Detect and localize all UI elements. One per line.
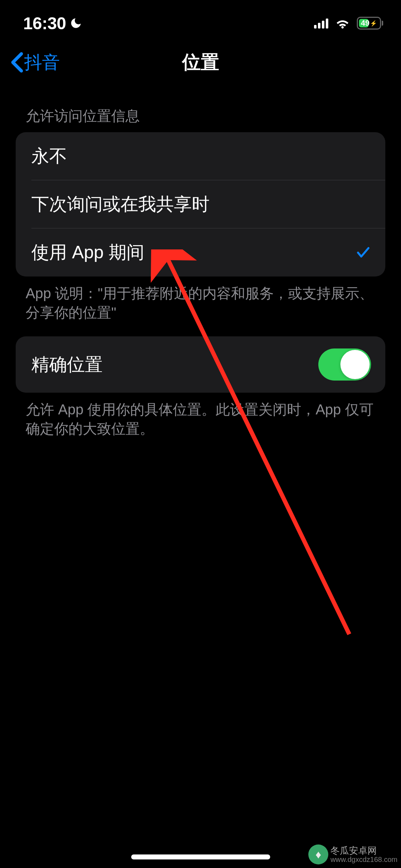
- location-option-while-using[interactable]: 使用 App 期间: [16, 228, 385, 277]
- checkmark-icon: [355, 245, 371, 260]
- location-section-footer: App 说明："用于推荐附近的内容和服务，或支持展示、分享你的位置": [16, 277, 385, 336]
- wifi-icon: [335, 17, 350, 29]
- precise-location-group: 精确位置: [16, 336, 385, 393]
- precise-location-label: 精确位置: [31, 353, 103, 377]
- watermark-name: 冬瓜安卓网: [330, 846, 397, 856]
- status-left: 16:30: [23, 14, 82, 33]
- location-option-never[interactable]: 永不: [16, 132, 385, 180]
- battery-indicator: 49⚡: [357, 17, 383, 30]
- status-bar: 16:30 49⚡: [0, 0, 401, 39]
- back-button[interactable]: 抖音: [11, 51, 60, 74]
- page-title: 位置: [182, 50, 219, 75]
- watermark-logo-icon: ♦: [308, 844, 328, 864]
- location-option-ask-next-time[interactable]: 下次询问或在我共享时: [16, 180, 385, 228]
- option-label: 使用 App 期间: [31, 241, 144, 264]
- do-not-disturb-icon: [70, 17, 82, 30]
- option-label: 下次询问或在我共享时: [31, 192, 210, 216]
- chevron-left-icon: [11, 52, 24, 73]
- watermark-url: www.dgxcdz168.com: [330, 856, 397, 863]
- location-access-header: 允许访问位置信息: [16, 100, 385, 132]
- battery-percent: 49: [361, 19, 369, 28]
- navigation-bar: 抖音 位置: [0, 39, 401, 86]
- precise-section-footer: 允许 App 使用你的具体位置。此设置关闭时，App 仅可确定你的大致位置。: [16, 393, 385, 453]
- status-right: 49⚡: [314, 17, 383, 30]
- content-area: 允许访问位置信息 永不 下次询问或在我共享时 使用 App 期间 App 说明：…: [0, 86, 401, 453]
- toggle-knob: [340, 350, 370, 379]
- home-indicator[interactable]: [131, 854, 270, 859]
- location-options-group: 永不 下次询问或在我共享时 使用 App 期间: [16, 132, 385, 277]
- precise-location-row[interactable]: 精确位置: [16, 336, 385, 393]
- option-label: 永不: [31, 144, 67, 168]
- watermark: ♦ 冬瓜安卓网 www.dgxcdz168.com: [308, 844, 397, 864]
- precise-location-toggle[interactable]: [318, 348, 371, 381]
- back-label: 抖音: [24, 51, 60, 74]
- status-time: 16:30: [23, 14, 66, 33]
- cellular-signal-icon: [314, 18, 328, 29]
